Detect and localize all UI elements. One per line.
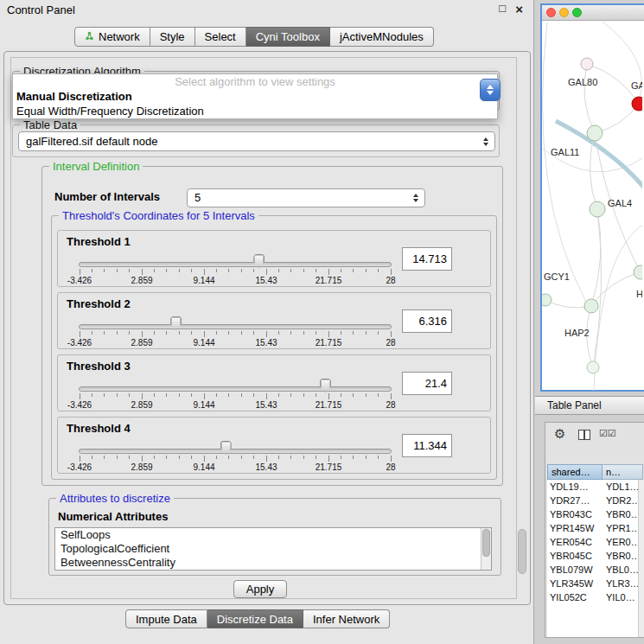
tab-select[interactable]: Select bbox=[195, 27, 246, 47]
slider-tick bbox=[341, 456, 341, 459]
columns-icon[interactable] bbox=[578, 430, 590, 440]
slider-tick bbox=[303, 331, 304, 335]
slider-tick bbox=[253, 269, 254, 272]
table-row[interactable]: YDL19…YDL1… bbox=[547, 480, 643, 494]
scrollbar-thumb[interactable] bbox=[482, 529, 490, 557]
thresholds-group: Threshold's Coordinates for 5 Intervals … bbox=[51, 215, 497, 480]
slider-scale-label: 2.859 bbox=[131, 276, 152, 285]
table-row[interactable]: YBR045CYBR0… bbox=[547, 549, 643, 563]
slider-tick bbox=[241, 269, 242, 272]
tab-network[interactable]: Network bbox=[74, 27, 150, 47]
close-traffic-light-icon[interactable] bbox=[546, 8, 556, 17]
network-node[interactable] bbox=[581, 58, 593, 70]
table-row[interactable]: YDR27…YDR2… bbox=[547, 494, 643, 507]
slider-tick bbox=[179, 269, 180, 272]
tab-jactivemnodules[interactable]: jActiveMNodules bbox=[330, 27, 434, 47]
column-header-name[interactable]: n… bbox=[603, 464, 643, 480]
table-data-combobox[interactable]: galFiltered.sif default node bbox=[18, 131, 495, 151]
table-cell: YBR0… bbox=[601, 507, 643, 521]
tab-discretize-data[interactable]: Discretize Data bbox=[207, 609, 303, 628]
slider-tick bbox=[241, 331, 242, 335]
tab-cyni-toolbox[interactable]: Cyni Toolbox bbox=[246, 27, 330, 47]
table-row[interactable]: YBR043CYBR0… bbox=[547, 507, 643, 521]
slider-tick bbox=[303, 393, 304, 397]
slider-scale-label: 2.859 bbox=[131, 338, 152, 348]
slider-scale-label: 2.859 bbox=[131, 462, 152, 472]
tab-style[interactable]: Style bbox=[150, 27, 195, 47]
threshold-value-field[interactable]: 6.316 bbox=[402, 309, 452, 333]
network-node[interactable] bbox=[634, 265, 642, 279]
slider-tick bbox=[391, 393, 392, 399]
slider-track[interactable] bbox=[79, 386, 392, 392]
slider-tick bbox=[154, 456, 155, 459]
table-row[interactable]: YBL079WYBL0… bbox=[547, 563, 643, 577]
threshold-value-field[interactable]: 11.344 bbox=[402, 434, 452, 457]
list-scrollbar[interactable] bbox=[481, 528, 491, 570]
gear-icon[interactable]: ⚙ bbox=[554, 426, 565, 442]
group-title: Attributes to discretize bbox=[56, 492, 174, 505]
network-edge[interactable] bbox=[591, 272, 641, 306]
minimize-traffic-light-icon[interactable] bbox=[559, 8, 569, 17]
slider-tick bbox=[92, 456, 92, 459]
slider-tick bbox=[204, 269, 205, 275]
network-tab-icon bbox=[85, 30, 94, 43]
slider-scale-label: 21.715 bbox=[316, 462, 342, 472]
network-node[interactable] bbox=[587, 361, 599, 373]
algorithm-option-manual[interactable]: Manual Discretization bbox=[13, 89, 497, 104]
network-window-titlebar[interactable] bbox=[542, 5, 644, 21]
slider-scale-label: 15.43 bbox=[255, 462, 277, 472]
slider-track[interactable] bbox=[79, 449, 392, 454]
table-row[interactable]: YPR145WYPR1… bbox=[547, 521, 643, 535]
number-of-intervals-combobox[interactable]: 5 bbox=[187, 188, 425, 207]
table-cell: YIL0… bbox=[601, 590, 643, 604]
table-cell: YDR27… bbox=[547, 494, 601, 507]
slider-scale-label: -3.426 bbox=[67, 400, 92, 410]
network-node[interactable] bbox=[587, 125, 603, 141]
tab-impute-data[interactable]: Impute Data bbox=[125, 609, 207, 628]
slider-tick bbox=[378, 331, 379, 335]
threshold-label: Threshold 4 bbox=[67, 422, 131, 435]
list-item[interactable]: SelfLoops bbox=[55, 528, 491, 542]
combobox-arrows-icon bbox=[483, 137, 488, 146]
slider-scale-label: -3.426 bbox=[67, 338, 92, 348]
slider-tick bbox=[278, 456, 279, 459]
slider-tick bbox=[341, 331, 341, 335]
list-item[interactable]: TopologicalCoefficient bbox=[55, 542, 491, 556]
slider-scale-label: 15.43 bbox=[255, 400, 277, 410]
tab-infer-network[interactable]: Infer Network bbox=[303, 609, 390, 628]
algorithm-placeholder-option[interactable]: Select algorithm to view settings bbox=[13, 74, 497, 89]
algorithm-option-equal-width[interactable]: Equal Width/Frequency Discretization bbox=[13, 104, 497, 118]
slider-tick bbox=[142, 269, 143, 275]
threshold-value-field[interactable]: 21.4 bbox=[402, 372, 452, 395]
network-canvas[interactable]: GAL80GAGAL11GAL4GCY1HAP2H bbox=[542, 21, 642, 391]
select-columns-icon[interactable]: ☑☑ bbox=[599, 428, 616, 439]
table-row[interactable]: YER054CYER0… bbox=[547, 535, 643, 549]
network-node[interactable] bbox=[542, 294, 552, 306]
table-scrollbar[interactable] bbox=[638, 480, 644, 637]
slider-tick bbox=[154, 393, 155, 397]
table-cell: YIL052C bbox=[547, 590, 601, 604]
list-item[interactable]: BetweennessCentrality bbox=[55, 556, 491, 570]
table-row[interactable]: YLR345WYLR3… bbox=[547, 577, 643, 590]
zoom-traffic-light-icon[interactable] bbox=[572, 8, 582, 17]
slider-tick bbox=[366, 331, 367, 335]
network-node[interactable] bbox=[584, 299, 598, 313]
apply-button[interactable]: Apply bbox=[233, 580, 287, 598]
network-node[interactable] bbox=[632, 97, 642, 111]
algorithm-combo-arrow-button[interactable] bbox=[480, 79, 501, 101]
slider-tick bbox=[216, 393, 217, 397]
slider-track[interactable] bbox=[79, 324, 392, 329]
numerical-attributes-list: SelfLoopsTopologicalCoefficientBetweenne… bbox=[54, 527, 492, 571]
close-window-icon[interactable]: × bbox=[515, 2, 523, 16]
table-row[interactable]: YIL052CYIL0… bbox=[547, 590, 643, 604]
combobox-arrows-icon bbox=[413, 194, 418, 202]
slider-track[interactable] bbox=[79, 262, 392, 267]
slider-tick bbox=[328, 393, 329, 399]
column-header-shared[interactable]: shared… bbox=[547, 464, 603, 480]
threshold-value-field[interactable]: 14.713 bbox=[402, 247, 452, 271]
network-edge[interactable] bbox=[584, 64, 595, 133]
float-window-icon[interactable]: □ bbox=[499, 2, 506, 15]
panel-scrollbar-thumb[interactable] bbox=[518, 529, 526, 574]
network-node[interactable] bbox=[590, 201, 605, 217]
slider-tick bbox=[142, 331, 143, 337]
